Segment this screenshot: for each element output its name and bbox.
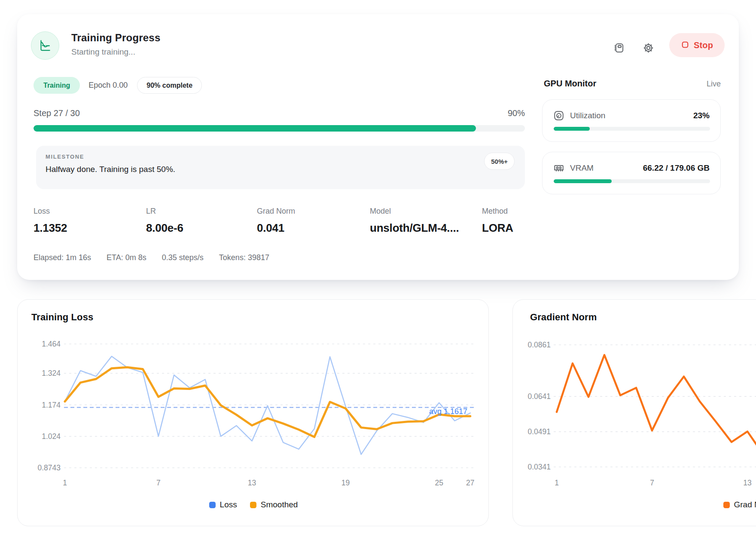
milestone-badge: 50%+ bbox=[484, 153, 515, 170]
smoothed-legend-swatch bbox=[250, 502, 256, 508]
footer-stats: Elapsed: 1m 16s ETA: 0m 8s 0.35 steps/s … bbox=[34, 253, 269, 262]
svg-text:0.8743: 0.8743 bbox=[37, 463, 61, 472]
metric-model: Model unsloth/GLM-4.... bbox=[370, 207, 477, 235]
gradient-norm-legend: Grad Norm bbox=[513, 500, 756, 509]
speed-stat: 0.35 steps/s bbox=[162, 253, 204, 262]
svg-text:1.324: 1.324 bbox=[42, 369, 61, 377]
training-status-badge: Training bbox=[34, 77, 80, 94]
svg-text:25: 25 bbox=[435, 479, 443, 487]
metric-loss: Loss 1.1352 bbox=[34, 207, 67, 235]
gauge-icon bbox=[553, 110, 564, 123]
training-loss-legend: Loss Smoothed bbox=[18, 500, 489, 509]
page-subtitle: Starting training... bbox=[71, 47, 135, 57]
gpu-utilization-card: Utilization 23% bbox=[542, 99, 721, 142]
notebook-icon bbox=[613, 42, 625, 55]
training-progress-card: Training Progress Starting training... bbox=[17, 14, 739, 280]
svg-text:0.0861: 0.0861 bbox=[527, 341, 551, 349]
metric-grad-norm-value: 0.041 bbox=[257, 221, 295, 235]
stop-label: Stop bbox=[694, 40, 713, 50]
settings-button[interactable] bbox=[639, 39, 658, 58]
metric-model-label: Model bbox=[370, 207, 477, 216]
svg-text:1: 1 bbox=[555, 479, 559, 487]
svg-text:1.464: 1.464 bbox=[42, 340, 61, 348]
training-progress-bar bbox=[34, 125, 525, 132]
utilization-label: Utilization bbox=[570, 111, 605, 120]
training-loss-card: Training Loss 1.4641.3241.1741.0240.8743… bbox=[17, 299, 489, 526]
vram-label: VRAM bbox=[570, 163, 594, 173]
gradient-norm-card: Gradient Norm 0.08610.06410.04910.034117… bbox=[512, 299, 756, 526]
metric-grad-norm-label: Grad Norm bbox=[257, 207, 295, 216]
metric-grad-norm: Grad Norm 0.041 bbox=[257, 207, 295, 235]
training-dashboard-page: Training Progress Starting training... bbox=[0, 0, 756, 540]
svg-text:13: 13 bbox=[743, 479, 751, 487]
metric-method: Method LORA bbox=[482, 207, 513, 235]
svg-text:7: 7 bbox=[156, 479, 161, 487]
metric-method-value: LORA bbox=[482, 221, 513, 235]
loss-legend-label: Loss bbox=[220, 500, 237, 509]
epoch-label: Epoch 0.00 bbox=[88, 81, 128, 90]
svg-text:1.174: 1.174 bbox=[42, 401, 61, 409]
metric-method-label: Method bbox=[482, 207, 513, 216]
stop-icon bbox=[681, 40, 689, 50]
completion-badge: 90% complete bbox=[137, 77, 202, 94]
gear-icon bbox=[643, 42, 654, 55]
utilization-value: 23% bbox=[693, 111, 710, 120]
svg-text:1: 1 bbox=[63, 479, 67, 487]
svg-text:0.0641: 0.0641 bbox=[527, 392, 551, 401]
log-button[interactable] bbox=[609, 39, 628, 58]
milestone-message: Halfway done. Training is past 50%. bbox=[46, 165, 175, 174]
grad-norm-legend-label: Grad Norm bbox=[734, 500, 756, 509]
stop-button[interactable]: Stop bbox=[669, 33, 725, 57]
eta-stat: ETA: 0m 8s bbox=[107, 253, 146, 262]
ram-icon bbox=[553, 163, 564, 175]
metric-lr-label: LR bbox=[146, 207, 183, 216]
gpu-vram-card: VRAM 66.22 / 179.06 GB bbox=[542, 152, 721, 194]
status-badge-row: Training Epoch 0.00 90% complete bbox=[34, 77, 202, 94]
svg-text:7: 7 bbox=[650, 479, 654, 487]
progress-percent-label: 90% bbox=[34, 108, 525, 118]
vram-bar bbox=[554, 179, 710, 183]
legend-item-loss[interactable]: Loss bbox=[209, 500, 237, 509]
training-progress-fill bbox=[34, 125, 476, 132]
gpu-live-label: Live bbox=[542, 80, 721, 89]
vram-value: 66.22 / 179.06 GB bbox=[643, 163, 710, 173]
metric-loss-label: Loss bbox=[34, 207, 67, 216]
svg-text:0.0341: 0.0341 bbox=[527, 463, 551, 471]
utilization-bar bbox=[554, 127, 710, 131]
svg-text:avg 1.1617: avg 1.1617 bbox=[429, 407, 467, 416]
metric-model-value: unsloth/GLM-4.... bbox=[370, 221, 475, 235]
gradient-norm-chart: 0.08610.06410.04910.03411713 bbox=[513, 300, 756, 497]
training-loss-chart: 1.4641.3241.1741.0240.87431713192527avg … bbox=[18, 300, 489, 497]
milestone-label: MILESTONE bbox=[46, 153, 84, 160]
legend-item-smoothed[interactable]: Smoothed bbox=[250, 500, 298, 509]
milestone-card: MILESTONE Halfway done. Training is past… bbox=[36, 146, 525, 189]
metric-lr-value: 8.00e-6 bbox=[146, 221, 183, 235]
svg-text:19: 19 bbox=[341, 479, 350, 487]
vram-bar-fill bbox=[554, 179, 612, 183]
smoothed-legend-label: Smoothed bbox=[261, 500, 298, 509]
svg-text:1.024: 1.024 bbox=[42, 432, 61, 441]
elapsed-stat: Elapsed: 1m 16s bbox=[34, 253, 91, 262]
svg-text:27: 27 bbox=[466, 479, 474, 487]
utilization-bar-fill bbox=[554, 127, 590, 131]
svg-text:13: 13 bbox=[248, 479, 256, 487]
tokens-stat: Tokens: 39817 bbox=[219, 253, 269, 262]
grad-norm-legend-swatch bbox=[723, 502, 730, 508]
svg-text:0.0491: 0.0491 bbox=[527, 427, 551, 436]
page-title: Training Progress bbox=[71, 32, 160, 44]
metric-loss-value: 1.1352 bbox=[34, 221, 67, 235]
legend-item-grad-norm[interactable]: Grad Norm bbox=[723, 500, 756, 509]
loss-legend-swatch bbox=[209, 502, 216, 508]
metric-lr: LR 8.00e-6 bbox=[146, 207, 183, 235]
training-chart-icon bbox=[31, 31, 59, 60]
